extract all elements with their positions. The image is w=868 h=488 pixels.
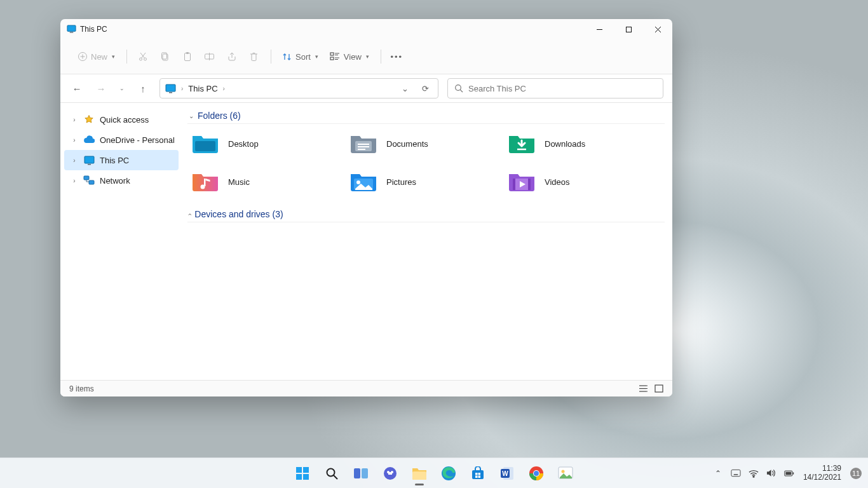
svg-rect-1 xyxy=(70,32,74,32)
svg-rect-66 xyxy=(475,473,478,475)
minimize-button[interactable] xyxy=(585,19,614,39)
input-indicator-icon[interactable] xyxy=(731,468,741,478)
folder-documents[interactable]: Documents xyxy=(347,129,505,158)
task-view-button[interactable] xyxy=(348,460,374,487)
delete-icon xyxy=(248,51,259,62)
address-dropdown-button[interactable]: ⌄ xyxy=(397,84,412,93)
svg-rect-46 xyxy=(528,179,531,190)
chevron-down-icon: ▾ xyxy=(315,53,318,60)
address-bar[interactable]: › This PC › ⌄ ⟳ xyxy=(159,78,438,98)
expand-icon[interactable]: › xyxy=(71,137,78,144)
sort-icon xyxy=(281,51,292,62)
view-button[interactable]: View ▾ xyxy=(325,46,374,67)
tree-label: This PC xyxy=(100,156,129,165)
forward-button[interactable]: → xyxy=(93,81,109,96)
up-button[interactable]: ↑ xyxy=(135,81,151,96)
svg-rect-34 xyxy=(195,141,215,151)
large-icons-view-button[interactable] xyxy=(654,384,663,393)
rename-button[interactable] xyxy=(199,46,220,67)
back-button[interactable]: ← xyxy=(69,81,85,96)
refresh-button[interactable]: ⟳ xyxy=(417,84,433,93)
word-button[interactable]: W xyxy=(494,460,520,487)
breadcrumb-location[interactable]: This PC xyxy=(188,84,217,93)
item-label: Music xyxy=(228,177,250,187)
navigation-pane: › Quick access › OneDrive - Personal › T… xyxy=(60,103,182,380)
close-button[interactable] xyxy=(643,19,672,39)
folder-desktop[interactable]: Desktop xyxy=(189,129,347,158)
search-button[interactable] xyxy=(318,460,345,487)
svg-rect-20 xyxy=(330,53,334,55)
navtree-network[interactable]: › Network xyxy=(64,170,179,191)
item-label: Pictures xyxy=(386,177,416,187)
cut-button[interactable] xyxy=(132,46,153,67)
svg-rect-54 xyxy=(303,474,309,480)
expand-icon[interactable]: › xyxy=(71,177,78,184)
item-label: Desktop xyxy=(228,139,259,149)
wifi-icon[interactable] xyxy=(749,468,759,478)
navtree-this-pc[interactable]: › This PC xyxy=(64,150,179,170)
group-header-folders[interactable]: ⌄ Folders (6) xyxy=(187,107,665,124)
edge-button[interactable] xyxy=(435,460,462,487)
notifications-button[interactable]: 11 xyxy=(850,468,862,479)
paste-button[interactable] xyxy=(177,46,198,67)
tray-overflow-button[interactable]: ⌃ xyxy=(713,468,723,478)
new-button[interactable]: New ▾ xyxy=(72,46,120,67)
rename-icon xyxy=(204,51,215,62)
folder-pictures[interactable]: Pictures xyxy=(347,167,505,196)
svg-rect-0 xyxy=(67,25,76,31)
folder-videos[interactable]: Videos xyxy=(505,167,663,196)
chevron-right-icon[interactable]: › xyxy=(223,85,225,92)
start-button[interactable] xyxy=(289,460,316,487)
videos-folder-icon xyxy=(508,170,536,193)
search-icon xyxy=(454,84,463,93)
file-explorer-taskbar-button[interactable] xyxy=(406,460,433,487)
downloads-folder-icon xyxy=(508,132,536,155)
status-bar: 9 items xyxy=(60,380,672,396)
recent-locations-button[interactable]: ⌄ xyxy=(118,85,126,92)
group-header-devices[interactable]: › Devices and drives (3) xyxy=(187,205,665,222)
group-title: Folders (6) xyxy=(198,111,241,121)
svg-point-77 xyxy=(562,470,565,473)
title-bar[interactable]: This PC xyxy=(60,19,672,39)
clock-date: 14/12/2021 xyxy=(803,473,841,482)
svg-point-55 xyxy=(327,468,335,476)
clock[interactable]: 11:39 14/12/2021 xyxy=(802,464,843,482)
copy-button[interactable] xyxy=(154,46,175,67)
expand-icon[interactable]: › xyxy=(71,157,78,164)
svg-rect-86 xyxy=(793,472,794,474)
photos-button[interactable] xyxy=(552,460,579,487)
svg-rect-21 xyxy=(330,57,334,60)
svg-rect-78 xyxy=(731,470,740,476)
chevron-right-icon: › xyxy=(186,213,193,215)
svg-point-43 xyxy=(356,180,360,184)
search-box[interactable] xyxy=(447,78,663,98)
navtree-onedrive[interactable]: › OneDrive - Personal xyxy=(64,130,179,150)
delete-button[interactable] xyxy=(243,46,264,67)
chevron-right-icon[interactable]: › xyxy=(181,85,183,92)
chat-button[interactable] xyxy=(377,460,403,487)
details-view-button[interactable] xyxy=(639,384,648,393)
maximize-button[interactable] xyxy=(614,19,643,39)
navtree-quick-access[interactable]: › Quick access xyxy=(64,109,179,130)
svg-rect-31 xyxy=(88,164,91,165)
svg-rect-26 xyxy=(166,85,175,92)
more-button[interactable]: ••• xyxy=(386,46,407,67)
svg-rect-18 xyxy=(210,54,214,59)
chevron-down-icon: ▾ xyxy=(112,53,115,60)
sort-button[interactable]: Sort ▾ xyxy=(276,46,323,67)
item-label: Documents xyxy=(386,139,428,149)
folder-music[interactable]: Music xyxy=(189,167,347,196)
svg-line-29 xyxy=(460,90,463,92)
svg-rect-65 xyxy=(472,470,484,479)
share-button[interactable] xyxy=(221,46,242,67)
volume-icon[interactable] xyxy=(766,468,776,478)
expand-icon[interactable]: › xyxy=(71,116,78,123)
svg-point-84 xyxy=(753,476,754,477)
folder-downloads[interactable]: Downloads xyxy=(505,129,663,158)
command-bar: New ▾ Sort ▾ View ▾ ••• xyxy=(60,39,672,74)
store-button[interactable] xyxy=(465,460,491,487)
search-input[interactable] xyxy=(468,84,656,93)
battery-icon[interactable] xyxy=(784,468,794,478)
chrome-button[interactable] xyxy=(523,460,550,487)
svg-line-12 xyxy=(140,53,145,58)
